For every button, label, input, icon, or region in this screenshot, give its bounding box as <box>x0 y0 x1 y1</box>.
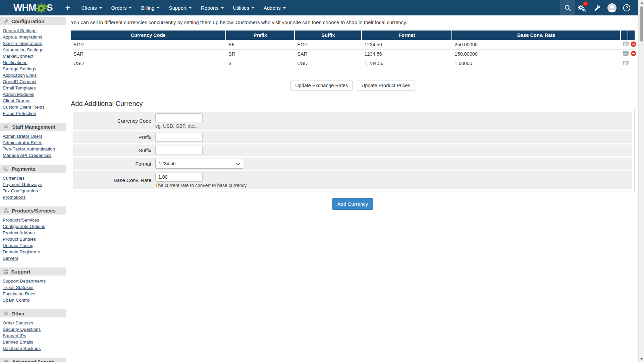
suffix-cell: SAR <box>294 49 362 59</box>
menu-billing[interactable]: Billing <box>136 0 164 15</box>
scroll-up-arrow-icon[interactable] <box>639 0 644 6</box>
prefix-input[interactable] <box>155 133 203 142</box>
edit-currency-icon[interactable] <box>623 51 630 56</box>
sidebar-item-marketconnect[interactable]: MarketConnect <box>3 53 64 59</box>
sidebar: ConfigurationGeneral SettingsApps & Inte… <box>0 15 66 362</box>
chevron-down-icon <box>189 7 192 9</box>
edit-currency-icon[interactable] <box>623 41 630 47</box>
delete-currency-icon[interactable] <box>631 41 636 47</box>
chevron-down-icon <box>252 7 254 9</box>
sidebar-item-administrator-users[interactable]: Administrator Users <box>3 133 64 139</box>
form-row-suffix: Suffix <box>73 144 632 156</box>
cubes-icon <box>4 208 9 213</box>
sidebar-item-product-addons[interactable]: Product Addons <box>3 230 64 236</box>
format-cell: 1,234.56 <box>362 59 452 68</box>
sidebar-item-application-links[interactable]: Application Links <box>3 72 64 78</box>
sidebar-item-products-services[interactable]: Products/Services <box>3 217 64 223</box>
chevron-down-icon <box>157 7 159 9</box>
menu-orders[interactable]: Orders <box>107 0 137 15</box>
scrollbar-thumb[interactable] <box>640 6 643 42</box>
sidebar-item-general-settings[interactable]: General Settings <box>3 27 64 34</box>
system-wrench-icon[interactable] <box>590 0 604 15</box>
sidebar-item-domain-pricing[interactable]: Domain Pricing <box>3 242 64 249</box>
sidebar-section-products-services: Products/Services <box>0 206 66 215</box>
sidebar-item-order-statuses[interactable]: Order Statuses <box>3 320 64 326</box>
coins-icon <box>4 167 9 171</box>
table-actions: Update Exchange Rates Update Product Pri… <box>71 80 635 91</box>
format-select[interactable]: 1234.56 <box>155 159 243 169</box>
user-avatar-icon[interactable] <box>604 0 619 15</box>
menu-addons[interactable]: Addons <box>259 0 290 15</box>
sidebar-item-database-backups[interactable]: Database Backups <box>3 345 64 352</box>
sidebar-item-two-factor-authentication[interactable]: Two-Factor Authentication <box>3 146 64 152</box>
sidebar-item-currencies[interactable]: Currencies <box>3 175 64 181</box>
search-icon[interactable] <box>560 0 575 15</box>
menu-utilities[interactable]: Utilities <box>228 0 259 15</box>
suffix-cell: EGP <box>294 40 362 49</box>
base-conv-rate-cell: 250.00000 <box>452 40 621 49</box>
sidebar-item-product-bundles[interactable]: Product Bundles <box>3 236 64 242</box>
sidebar-item-security-questions[interactable]: Security Questions <box>3 326 64 333</box>
field-label-suffix: Suffix <box>73 147 155 153</box>
sidebar-item-administrator-roles[interactable]: Administrator Roles <box>3 139 64 146</box>
sidebar-item-email-templates[interactable]: Email Templates <box>3 85 64 91</box>
menu-support[interactable]: Support <box>164 0 196 15</box>
sidebar-item-escalation-rules[interactable]: Escalation Rules <box>3 291 64 297</box>
sidebar-item-sign-in-integrations[interactable]: Sign-In Integrations <box>3 40 64 47</box>
sidebar-item-addon-modules[interactable]: Addon Modules <box>3 91 64 98</box>
automation-gears-icon[interactable]: × <box>575 0 590 15</box>
sidebar-item-support-departments[interactable]: Support Departments <box>3 278 64 284</box>
users-icon <box>4 125 9 129</box>
sidebar-item-storage-settings[interactable]: Storage Settings <box>3 66 64 72</box>
field-label-base-conv-rate: Base Conv. Rate <box>73 177 155 183</box>
sidebar-item-fraud-protection[interactable]: Fraud Protection <box>3 110 64 117</box>
sidebar-item-ticket-statuses[interactable]: Ticket Statuses <box>3 284 64 291</box>
sidebar-item-promotions[interactable]: Promotions <box>3 194 64 200</box>
add-currency-button[interactable]: Add Currency <box>332 198 374 210</box>
page-description: You can sell in different currencies con… <box>71 19 635 25</box>
currency-code-input[interactable] <box>155 113 203 122</box>
form-row-base-conv-rate: Base Conv. RateThe current rate to conve… <box>73 171 632 189</box>
svg-text:?: ? <box>625 5 628 10</box>
sidebar-item-apps-integrations[interactable]: Apps & Integrations <box>3 34 64 40</box>
sidebar-section-other: Other <box>0 309 66 317</box>
sidebar-item-openid-connect[interactable]: OpenID Connect <box>3 78 64 85</box>
whmcs-logo[interactable]: WHM S <box>13 2 53 13</box>
currencies-table: Currency CodePrefixSuffixFormatBase Conv… <box>71 31 635 68</box>
column-header-base-conv-rate: Base Conv. Rate <box>452 31 621 40</box>
base-conv-rate-input[interactable] <box>155 173 203 182</box>
help-icon[interactable]: ? <box>619 0 634 15</box>
sidebar-item-configurable-options[interactable]: Configurable Options <box>3 223 64 230</box>
window-scrollbar[interactable] <box>638 0 644 362</box>
sidebar-item-notifications[interactable]: Notifications <box>3 59 64 66</box>
column-header-format: Format <box>362 31 452 40</box>
sidebar-item-custom-client-fields[interactable]: Custom Client Fields <box>3 104 64 110</box>
sidebar-item-tax-configuration[interactable]: Tax Configuration <box>3 188 64 194</box>
field-label-format: Format <box>73 161 155 167</box>
suffix-cell: USD <box>294 59 362 68</box>
edit-currency-icon[interactable] <box>623 60 630 66</box>
chevron-down-icon <box>129 7 131 9</box>
sidebar-item-banned-ips[interactable]: Banned IPs <box>3 333 64 339</box>
sidebar-item-manage-api-credentials[interactable]: Manage API Credentials <box>3 152 64 159</box>
navbar-menus: ClientsOrdersBillingSupportReportsUtilit… <box>77 0 290 15</box>
delete-currency-icon[interactable] <box>631 51 636 56</box>
update-exchange-rates-button[interactable]: Update Exchange Rates <box>290 80 353 91</box>
sidebar-item-banned-emails[interactable]: Banned Emails <box>3 339 64 345</box>
currency-code-cell: USD <box>71 59 226 68</box>
plus-icon[interactable]: + <box>62 0 73 15</box>
suffix-input[interactable] <box>155 146 203 155</box>
column-header-actions <box>621 31 628 40</box>
sidebar-item-payment-gateways[interactable]: Payment Gateways <box>3 181 64 188</box>
sidebar-item-spam-control[interactable]: Spam Control <box>3 297 64 303</box>
scroll-down-arrow-icon[interactable] <box>639 356 644 362</box>
update-product-prices-button[interactable]: Update Product Prices <box>357 80 415 91</box>
sidebar-item-domain-registrars[interactable]: Domain Registrars <box>3 249 64 255</box>
menu-clients[interactable]: Clients <box>77 0 107 15</box>
field-label-currency-code: Currency Code <box>73 118 155 124</box>
sidebar-item-automation-settings[interactable]: Automation Settings <box>3 47 64 53</box>
sidebar-section-payments: Payments <box>0 165 66 173</box>
sidebar-item-client-groups[interactable]: Client Groups <box>3 98 64 104</box>
menu-reports[interactable]: Reports <box>196 0 228 15</box>
sidebar-item-servers[interactable]: Servers <box>3 255 64 261</box>
